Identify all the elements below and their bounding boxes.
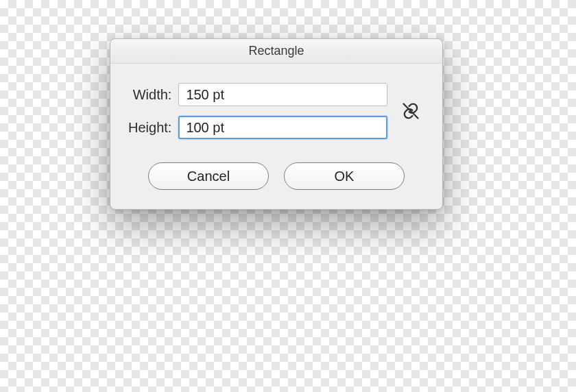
- dialog-body: Width: 150 pt Height: 100 pt: [110, 64, 442, 209]
- field-grid: Width: 150 pt Height: 100 pt: [128, 83, 387, 139]
- rectangle-dialog: Rectangle Width: 150 pt Height: 100 pt: [110, 38, 443, 210]
- height-input-value: 100 pt: [186, 120, 224, 136]
- fields-row: Width: 150 pt Height: 100 pt: [128, 83, 424, 139]
- dialog-title: Rectangle: [248, 44, 304, 58]
- dialog-titlebar: Rectangle: [110, 39, 442, 64]
- constrain-link-col: [397, 101, 424, 121]
- cancel-button-label: Cancel: [187, 169, 230, 184]
- cancel-button[interactable]: Cancel: [148, 162, 269, 190]
- ok-button[interactable]: OK: [284, 162, 405, 190]
- width-input[interactable]: 150 pt: [178, 83, 387, 106]
- height-input[interactable]: 100 pt: [178, 116, 387, 139]
- dialog-buttons: Cancel OK: [128, 162, 424, 190]
- ok-button-label: OK: [335, 169, 355, 184]
- height-label: Height:: [128, 120, 171, 136]
- link-unconstrained-icon[interactable]: [401, 101, 420, 121]
- width-input-value: 150 pt: [186, 87, 224, 103]
- width-label: Width:: [128, 87, 171, 103]
